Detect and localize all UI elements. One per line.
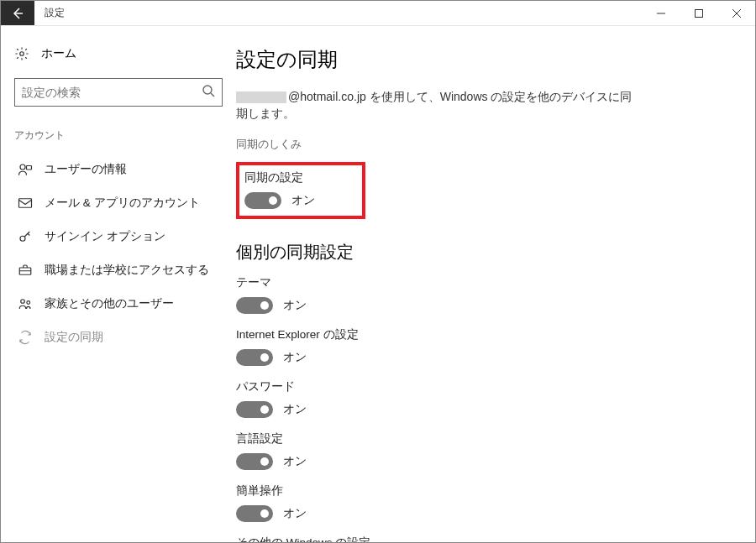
how-sync-works-link[interactable]: 同期のしくみ [236,137,730,152]
sidebar-section-label: アカウント [9,123,228,148]
toggle-theme-state: オン [283,298,307,313]
svg-point-8 [21,300,25,304]
content-pane: 設定の同期 @hotmail.co.jp を使用して、Windows の設定を他… [236,26,755,542]
mail-icon [18,196,33,211]
svg-point-9 [27,301,30,305]
minimize-icon [657,9,665,18]
toggle-theme-block: テーマ オン [236,275,730,314]
gear-icon [14,46,29,61]
toggle-password-label: パスワード [236,379,730,394]
window-title: 設定 [34,1,642,25]
search-icon [202,84,215,101]
sidebar-item-mail-accounts[interactable]: メール & アプリのアカウント [9,186,228,220]
svg-rect-4 [27,166,32,170]
user-info-icon [18,162,33,177]
sidebar-item-label: 家族とその他のユーザー [45,296,174,311]
main-toggle-label: 同期の設定 [244,170,315,185]
briefcase-icon [18,263,33,278]
back-arrow-icon [11,7,24,20]
sidebar-item-label: 設定の同期 [45,330,103,345]
toggle-other-label: その他の Windows の設定 [236,535,730,542]
svg-point-1 [20,52,24,56]
minimize-button[interactable] [642,1,680,25]
main-toggle[interactable] [244,192,281,209]
family-icon [18,296,33,311]
toggle-password[interactable] [236,401,273,418]
toggle-language-state: オン [283,454,307,469]
close-button[interactable] [717,1,755,25]
svg-rect-0 [695,9,702,17]
svg-point-3 [20,164,25,170]
search-input[interactable] [22,86,202,99]
toggle-language[interactable] [236,453,273,470]
toggle-ie[interactable] [236,349,273,366]
sidebar-item-sync-settings[interactable]: 設定の同期 [9,321,228,354]
individual-sync-header: 個別の同期設定 [236,241,730,264]
main-layout: ホーム アカウント ユーザーの情報 メール & アプリのアカウント [1,26,755,542]
sidebar: ホーム アカウント ユーザーの情報 メール & アプリのアカウント [1,26,236,542]
sidebar-item-label: メール & アプリのアカウント [45,196,200,211]
main-toggle-state: オン [291,193,315,208]
maximize-button[interactable] [680,1,717,25]
home-label: ホーム [41,46,76,61]
titlebar: 設定 [1,1,755,26]
sidebar-item-label: ユーザーの情報 [45,162,127,177]
svg-point-6 [20,236,25,241]
sync-description-line1: @hotmail.co.jp を使用して、Windows の設定を他のデバイスに… [236,90,730,105]
sidebar-item-user-info[interactable]: ユーザーの情報 [9,153,228,186]
toggle-ie-state: オン [283,350,307,365]
back-button[interactable] [1,1,34,25]
toggle-ie-block: Internet Explorer の設定 オン [236,327,730,366]
maximize-icon [695,9,703,18]
key-icon [18,229,33,244]
toggle-ease-label: 簡単操作 [236,483,730,499]
toggle-theme-label: テーマ [236,275,730,290]
toggle-password-block: パスワード オン [236,379,730,418]
toggle-password-state: オン [283,402,307,417]
close-icon [732,9,741,18]
sidebar-item-work-school[interactable]: 職場または学校にアクセスする [9,253,228,287]
search-input-wrapper[interactable] [14,78,223,107]
svg-point-2 [203,86,212,94]
home-button[interactable]: ホーム [9,41,228,73]
toggle-ease-block: 簡単操作 オン [236,483,730,522]
toggle-ie-label: Internet Explorer の設定 [236,327,730,342]
toggle-language-block: 言語設定 オン [236,431,730,470]
toggle-other-block: その他の Windows の設定 オン [236,535,730,542]
sidebar-item-signin-options[interactable]: サインイン オプション [9,220,228,253]
svg-rect-5 [19,199,32,208]
sidebar-item-label: 職場または学校にアクセスする [45,263,209,278]
sidebar-item-family-users[interactable]: 家族とその他のユーザー [9,287,228,321]
sync-icon [18,330,33,345]
sync-description-line2: 期します。 [236,107,730,122]
toggle-language-label: 言語設定 [236,431,730,446]
page-title: 設定の同期 [236,46,730,73]
sync-description-text: @hotmail.co.jp を使用して、Windows の設定を他のデバイスに… [288,90,632,103]
highlight-box: 同期の設定 オン [236,162,365,219]
redacted-email-prefix [236,91,286,103]
toggle-ease-state: オン [283,506,307,521]
toggle-ease[interactable] [236,505,273,522]
toggle-theme[interactable] [236,297,273,314]
sidebar-item-label: サインイン オプション [45,229,165,244]
